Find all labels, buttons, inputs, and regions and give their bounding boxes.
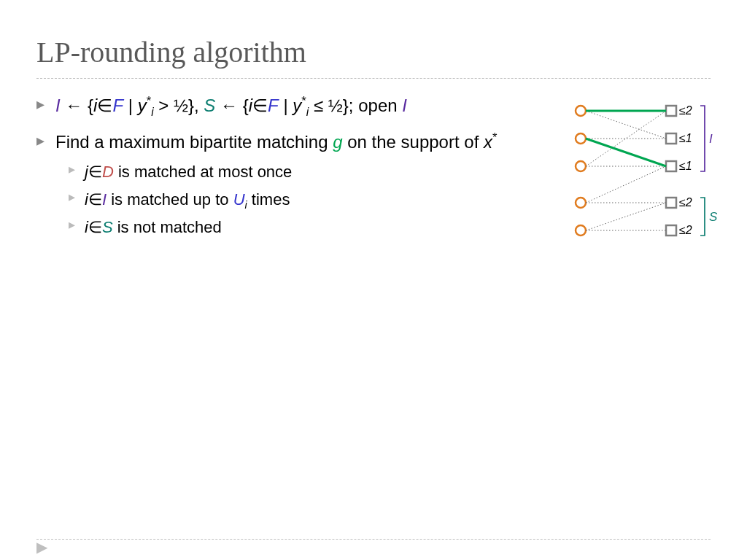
- footer-divider: [36, 539, 711, 540]
- txt: is not matched: [113, 218, 222, 236]
- txt: times: [247, 190, 290, 209]
- sym-U: U: [233, 190, 245, 209]
- txt: ← {: [215, 96, 248, 115]
- sym-F: F: [268, 96, 279, 115]
- txt: ← {: [61, 96, 93, 115]
- sym-F: F: [112, 96, 123, 115]
- sym-I: I: [55, 96, 61, 115]
- sym-x: x: [484, 132, 492, 152]
- svg-point-3: [576, 198, 586, 208]
- sub-bullet-3: i∈S is not matched: [69, 214, 547, 241]
- cap-1: ≤2: [679, 104, 692, 117]
- nav-triangle-icon: ▶: [36, 538, 47, 556]
- sym-I: I: [402, 96, 407, 115]
- txt: ∈: [88, 163, 102, 181]
- title-divider: [36, 78, 711, 79]
- sym-g: g: [333, 132, 342, 152]
- cap-4: ≤2: [679, 196, 692, 209]
- svg-point-4: [576, 225, 586, 236]
- slide: LP-rounding algorithm I ← {i∈F | y*i > ½…: [0, 0, 747, 560]
- txt: |: [279, 96, 293, 115]
- txt: |: [123, 96, 138, 115]
- svg-rect-7: [666, 161, 676, 171]
- txt: on the support of: [343, 132, 484, 152]
- svg-point-0: [576, 106, 586, 116]
- svg-line-19: [586, 139, 666, 166]
- txt: ∈: [97, 96, 112, 115]
- sym-y: y: [138, 96, 147, 115]
- sub-bullet-2: i∈I is matched up to Ui times: [69, 186, 547, 214]
- bullet-list: I ← {i∈F | y*i > ½}, S ← {i∈F | y*i ≤ ½}…: [36, 92, 547, 241]
- txt: > ½},: [154, 96, 204, 115]
- bracket-I-label: I: [709, 132, 713, 146]
- txt: is matched at most once: [114, 163, 293, 181]
- svg-line-14: [586, 166, 666, 203]
- txt: is matched up to: [107, 190, 233, 209]
- sym-S: S: [204, 96, 215, 115]
- svg-point-2: [576, 161, 586, 171]
- svg-line-16: [586, 203, 666, 230]
- sym-y: y: [293, 96, 301, 115]
- cap-5: ≤2: [679, 224, 692, 236]
- sub-bullet-1: j∈D is matched at most once: [69, 158, 547, 185]
- bullet-1: I ← {i∈F | y*i > ½}, S ← {i∈F | y*i ≤ ½}…: [36, 92, 547, 121]
- cap-2: ≤1: [679, 132, 692, 144]
- bipartite-diagram-icon: ≤2 ≤1 ≤1 ≤2 ≤2 I S: [568, 101, 721, 246]
- slide-title: LP-rounding algorithm: [36, 35, 711, 69]
- sym-D: D: [102, 163, 114, 181]
- svg-line-10: [586, 111, 666, 139]
- txt: ∈: [252, 96, 268, 115]
- cap-3: ≤1: [679, 160, 692, 172]
- svg-rect-5: [666, 106, 676, 116]
- txt: ∈: [88, 218, 102, 236]
- sub-bullet-list: j∈D is matched at most once i∈I is match…: [69, 158, 547, 241]
- svg-rect-9: [666, 225, 676, 236]
- text-column: I ← {i∈F | y*i > ½}, S ← {i∈F | y*i ≤ ½}…: [36, 92, 547, 249]
- txt: ∈: [88, 190, 102, 209]
- bracket-S-label: S: [709, 210, 718, 224]
- bullet-2: Find a maximum bipartite matching g on t…: [36, 128, 547, 241]
- svg-point-1: [576, 133, 586, 144]
- txt: Find a maximum bipartite matching: [55, 132, 333, 152]
- svg-rect-6: [666, 133, 676, 144]
- svg-rect-8: [666, 198, 676, 208]
- txt: ≤ ½}; open: [309, 96, 402, 115]
- sup-star: *: [492, 131, 498, 144]
- sym-S: S: [102, 218, 113, 236]
